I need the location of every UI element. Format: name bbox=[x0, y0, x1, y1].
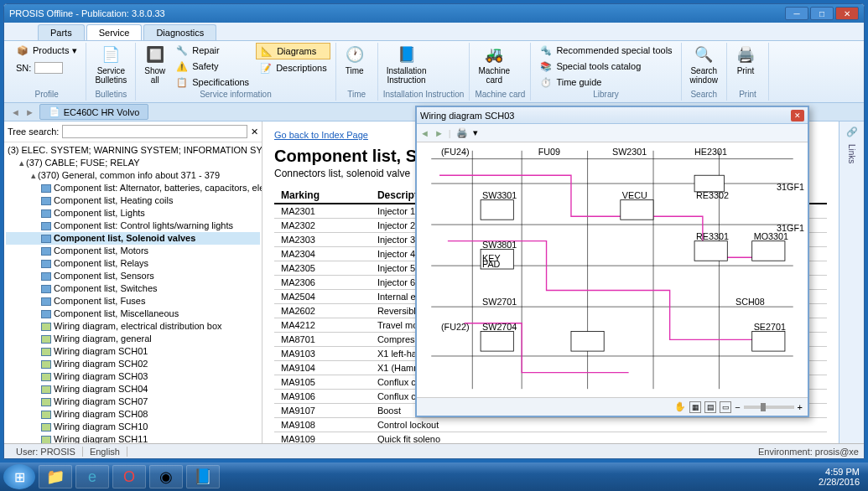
products-dropdown[interactable]: 📦Products ▾ bbox=[13, 43, 81, 58]
tree-item[interactable]: Component list, Miscellaneous bbox=[6, 308, 260, 320]
time-guide-button[interactable]: ⏱️Time guide bbox=[536, 75, 675, 90]
start-button[interactable]: ⊞ bbox=[3, 464, 35, 489]
diagram-titlebar[interactable]: Wiring diagram SCH03 ✕ bbox=[417, 107, 808, 124]
tab-service[interactable]: Service bbox=[86, 24, 143, 40]
machine-card-button[interactable]: 🚜Machine card bbox=[475, 43, 513, 86]
svg-rect-17 bbox=[571, 332, 604, 352]
taskbar: ⊞ 📁 e O ◉ 📘 4:59 PM 2/28/2016 bbox=[0, 463, 868, 491]
back-icon[interactable]: ◄ bbox=[11, 107, 20, 117]
sn-input[interactable] bbox=[34, 62, 63, 74]
svg-rect-11 bbox=[481, 200, 513, 220]
tree-item[interactable]: Wiring diagram SCH08 bbox=[6, 408, 260, 421]
zoom-slider[interactable] bbox=[744, 406, 794, 409]
wiring-diagram-window[interactable]: Wiring diagram SCH03 ✕ ◄ ► | 🖨️ ▾ bbox=[415, 106, 809, 417]
diagram-close-button[interactable]: ✕ bbox=[791, 110, 804, 121]
zoom-out-icon[interactable]: − bbox=[735, 402, 740, 412]
tree-item[interactable]: Wiring diagram SCH03 bbox=[6, 370, 260, 383]
tree-root[interactable]: (3) ELEC. SYSTEM; WARNING SYSTEM; INFORM… bbox=[6, 144, 260, 157]
minimize-button[interactable]: ─ bbox=[785, 7, 808, 20]
tree-general[interactable]: ▴(370) General, common info about 371 - … bbox=[6, 169, 260, 182]
taskbar-app[interactable]: 📘 bbox=[186, 465, 220, 488]
clear-search-icon[interactable]: ✕ bbox=[251, 127, 258, 137]
installation-instruction-button[interactable]: 📘Installation Instruction bbox=[383, 43, 430, 86]
tree-item[interactable]: Component list: Alternator, batteries, c… bbox=[6, 182, 260, 194]
tree-item[interactable]: Wiring diagram SCH10 bbox=[6, 421, 260, 433]
tree-item[interactable]: Component list, Sensors bbox=[6, 270, 260, 282]
svg-text:VECU: VECU bbox=[622, 190, 647, 200]
wiring-diagram[interactable]: (FU24)FU09SW2301HE2301 SW3301VECURE3302 … bbox=[417, 142, 808, 397]
taskbar-explorer[interactable]: 📁 bbox=[39, 465, 72, 488]
tab-parts[interactable]: Parts bbox=[38, 24, 85, 40]
maximize-button[interactable]: □ bbox=[810, 7, 834, 20]
print-icon[interactable]: 🖨️ bbox=[456, 127, 468, 138]
tree-item[interactable]: Component list, Motors bbox=[6, 245, 260, 257]
svg-text:SW3301: SW3301 bbox=[482, 190, 517, 200]
nav-fwd-icon[interactable]: ► bbox=[434, 128, 444, 138]
tree-item[interactable]: Wiring diagram SCH04 bbox=[6, 383, 260, 395]
svg-text:(FU24): (FU24) bbox=[441, 147, 470, 157]
tree-item[interactable]: Component list, Heating coils bbox=[6, 194, 260, 207]
links-tab[interactable]: Links bbox=[847, 144, 856, 163]
print-button[interactable]: 🖨️Print bbox=[732, 43, 759, 77]
svg-rect-15 bbox=[752, 332, 785, 352]
tray-date: 2/28/2016 bbox=[819, 477, 860, 487]
view3-icon[interactable]: ▭ bbox=[720, 401, 731, 413]
svg-text:31GF1: 31GF1 bbox=[777, 223, 804, 233]
search-window-button[interactable]: 🔍Search window bbox=[687, 43, 721, 86]
zoom-in-icon[interactable]: + bbox=[798, 402, 803, 412]
time-button[interactable]: 🕐Time bbox=[341, 43, 368, 77]
descriptions-button[interactable]: 📝Descriptions bbox=[256, 60, 330, 75]
taskbar-chrome[interactable]: ◉ bbox=[149, 465, 183, 488]
safety-button[interactable]: ⚠️Safety bbox=[172, 59, 252, 74]
taskbar-ie[interactable]: e bbox=[75, 465, 109, 488]
tree-item[interactable]: Component list, Switches bbox=[6, 282, 260, 295]
show-all-button[interactable]: 🔲Show all bbox=[141, 43, 169, 86]
hand-tool-icon[interactable]: ✋ bbox=[674, 401, 686, 412]
status-user: User: PROSIS bbox=[9, 447, 83, 457]
svg-rect-16 bbox=[481, 332, 513, 352]
tree-item[interactable]: Wiring diagram, general bbox=[6, 333, 260, 345]
tree-item[interactable]: Wiring diagram, electrical distribution … bbox=[6, 320, 260, 333]
diagrams-button[interactable]: 📐Diagrams bbox=[256, 43, 330, 59]
svg-text:(FU22): (FU22) bbox=[441, 322, 470, 332]
svg-text:SW2301: SW2301 bbox=[612, 147, 647, 157]
tree-search-input[interactable] bbox=[62, 125, 247, 138]
tools-catalog-button[interactable]: 📚Special tools catalog bbox=[536, 59, 675, 74]
svg-text:HE2301: HE2301 bbox=[694, 147, 727, 157]
diagram-title: Wiring diagram SCH03 bbox=[420, 111, 514, 121]
document-tab[interactable]: 📄EC460C HR Volvo bbox=[39, 104, 149, 120]
svg-rect-19 bbox=[752, 241, 785, 261]
svg-text:SW2704: SW2704 bbox=[482, 322, 517, 332]
tree-view[interactable]: (3) ELEC. SYSTEM; WARNING SYSTEM; INFORM… bbox=[4, 142, 262, 458]
repair-button[interactable]: 🔧Repair bbox=[172, 43, 252, 58]
tree-item[interactable]: Component list: Control lights/warning l… bbox=[6, 220, 260, 232]
system-tray[interactable]: 4:59 PM 2/28/2016 bbox=[819, 467, 865, 487]
view2-icon[interactable]: ▤ bbox=[704, 401, 716, 413]
tree-item[interactable]: Component list, Fuses bbox=[6, 295, 260, 308]
view1-icon[interactable]: ▦ bbox=[689, 401, 701, 413]
tree-pane: Tree search: ✕ (3) ELEC. SYSTEM; WARNING… bbox=[4, 121, 262, 458]
nav-back-icon[interactable]: ◄ bbox=[420, 128, 429, 138]
svg-text:SE2701: SE2701 bbox=[754, 322, 786, 332]
links-icon[interactable]: 🔗 bbox=[846, 127, 858, 137]
tab-diagnostics[interactable]: Diagnostics bbox=[143, 24, 216, 40]
close-button[interactable]: ✕ bbox=[835, 7, 859, 20]
service-bulletins-button[interactable]: 📄Service Bulletins bbox=[91, 43, 130, 86]
taskbar-opera[interactable]: O bbox=[112, 465, 146, 488]
tree-item[interactable]: Wiring diagram SCH07 bbox=[6, 395, 260, 408]
go-back-link[interactable]: Go back to Index Page bbox=[274, 130, 368, 140]
titlebar[interactable]: PROSIS Offline - Publication: 3.8.0.33 ─… bbox=[4, 4, 864, 23]
sn-field[interactable]: SN: bbox=[13, 61, 66, 75]
status-lang: English bbox=[83, 447, 127, 457]
tree-item[interactable]: Component list, Solenoid valves bbox=[6, 232, 260, 245]
tree-item[interactable]: Wiring diagram SCH01 bbox=[6, 345, 260, 358]
tree-item[interactable]: Component list, Lights bbox=[6, 207, 260, 220]
forward-icon[interactable]: ► bbox=[25, 107, 34, 117]
options-icon[interactable]: ▾ bbox=[473, 127, 478, 138]
tree-item[interactable]: Component list, Relays bbox=[6, 257, 260, 270]
tree-cable[interactable]: ▴(37) CABLE; FUSE; RELAY bbox=[6, 157, 260, 169]
specifications-button[interactable]: 📋Specifications bbox=[172, 75, 252, 90]
recommended-tools-button[interactable]: 🔩Recommended special tools bbox=[536, 43, 675, 58]
status-env: Environment: prosis@xe bbox=[758, 447, 859, 457]
tree-item[interactable]: Wiring diagram SCH02 bbox=[6, 358, 260, 370]
